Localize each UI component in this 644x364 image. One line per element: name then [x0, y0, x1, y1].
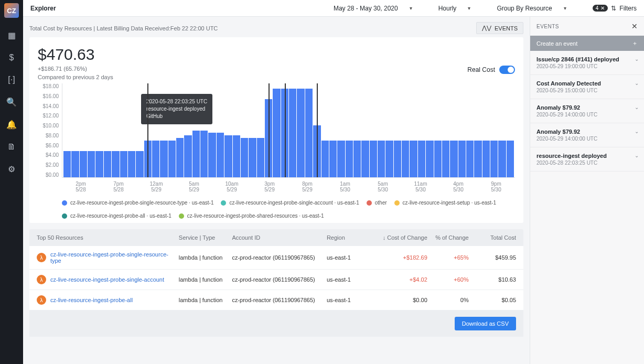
chart-bar[interactable] — [152, 141, 159, 177]
legend-item[interactable]: cz-live-resource-ingest-setup · us-east-… — [394, 200, 496, 206]
chart-bar[interactable] — [233, 135, 240, 177]
chart-bar[interactable] — [120, 151, 127, 177]
chart-bar[interactable] — [305, 89, 313, 177]
event-item[interactable]: Issue/cp 2846 (#141) deployed2020-05-29 … — [530, 51, 644, 75]
chart-bar[interactable] — [450, 141, 457, 177]
legend-item[interactable]: cz-live-resource-ingest-probe-all · us-e… — [62, 213, 171, 219]
chart-bar[interactable] — [71, 151, 79, 177]
chart-bar[interactable] — [289, 89, 296, 177]
chart-bar[interactable] — [168, 141, 176, 177]
chart-bar[interactable] — [410, 141, 417, 177]
chart-bar[interactable] — [402, 141, 409, 177]
chart-bar[interactable] — [498, 141, 506, 177]
chart-bar[interactable] — [112, 151, 119, 177]
chart-bar[interactable] — [321, 141, 329, 177]
chart-bar[interactable] — [458, 141, 466, 177]
date-range-label: May 28 - May 30, 2020 — [334, 5, 398, 12]
chart-bar[interactable] — [104, 151, 111, 177]
chart-bar[interactable] — [329, 141, 337, 177]
close-icon[interactable]: ✕ — [631, 22, 638, 30]
chart-bar[interactable] — [361, 141, 369, 177]
chart-bar[interactable] — [63, 151, 71, 177]
chart-bar[interactable] — [418, 141, 425, 177]
chart-bar[interactable] — [273, 89, 280, 177]
event-marker — [147, 83, 148, 177]
chart-bar[interactable] — [160, 141, 167, 177]
chart-bar[interactable] — [184, 135, 191, 177]
filters-label: Filters — [619, 5, 637, 12]
chart-bar[interactable] — [95, 151, 103, 177]
chart-bar[interactable] — [208, 133, 216, 177]
table-row[interactable]: λcz-live-resource-ingest-probe-single-ac… — [29, 270, 523, 290]
real-cost-toggle[interactable] — [499, 66, 515, 74]
table-row[interactable]: λcz-live-resource-ingest-probe-alllambda… — [29, 290, 523, 311]
resource-link[interactable]: cz-live-resource-ingest-probe-all — [50, 297, 133, 303]
chart-bar[interactable] — [490, 141, 498, 177]
legend-item[interactable]: cz-live-resource-ingest-probe-single-acc… — [221, 200, 359, 206]
group-by-picker[interactable]: Group By Resource ▾ — [497, 5, 566, 12]
chart-bar[interactable] — [378, 141, 385, 177]
chart-bar[interactable] — [217, 133, 224, 177]
event-item[interactable]: Cost Anomaly Detected2020-05-29 15:00:00… — [530, 75, 644, 99]
dashboard-icon[interactable]: ▦ — [8, 30, 16, 40]
chart-bar[interactable] — [507, 141, 514, 177]
create-event-button[interactable]: Create an event ＋ — [530, 36, 644, 51]
legend-item[interactable]: other — [367, 200, 387, 206]
filters-button[interactable]: 4✕ ⇅ Filters — [593, 5, 637, 12]
resource-link[interactable]: cz-live-resource-ingest-probe-single-acc… — [50, 276, 164, 283]
caret-down-icon: ▾ — [410, 5, 412, 11]
col-cost-change[interactable]: ↓ Cost of Change — [374, 234, 427, 241]
event-item[interactable]: Anomaly $79.922020-05-29 14:00:00 UTC⌄ — [530, 99, 644, 123]
resource-link[interactable]: cz-live-resource-ingest-probe-single-res… — [50, 251, 179, 264]
chart-bar[interactable] — [88, 151, 95, 177]
event-item[interactable]: resource-ingest deployed2020-05-28 22:03… — [530, 147, 644, 172]
chart-bar[interactable] — [337, 141, 345, 177]
chart-bar[interactable] — [192, 131, 200, 178]
date-range-picker[interactable]: May 28 - May 30, 2020 ▾ — [334, 5, 412, 12]
col-region[interactable]: Region — [327, 234, 374, 241]
col-account[interactable]: Account ID — [232, 234, 327, 241]
col-service[interactable]: Service | Type — [179, 234, 232, 241]
chart-bar[interactable] — [346, 141, 353, 177]
chart-bar[interactable] — [224, 135, 232, 177]
chart-plot[interactable]: 2020-05-28 22:03:25 UTC resource-ingest … — [62, 83, 515, 178]
col-total[interactable]: Total Cost — [469, 234, 516, 241]
chart-bar[interactable] — [128, 151, 135, 177]
chart-bar[interactable] — [136, 151, 143, 177]
download-csv-button[interactable]: Download as CSV — [455, 317, 516, 330]
chart-bar[interactable] — [200, 131, 208, 178]
chart-bar[interactable] — [257, 138, 264, 177]
gear-icon[interactable]: ⚙ — [8, 164, 15, 174]
chart-bar[interactable] — [297, 89, 304, 177]
chart-bar[interactable] — [482, 141, 490, 177]
dollar-icon[interactable]: $ — [9, 53, 14, 62]
table-row[interactable]: λcz-live-resource-ingest-probe-single-re… — [29, 246, 523, 270]
chart-bar[interactable] — [474, 141, 481, 177]
chevron-down-icon: ⌄ — [635, 80, 639, 86]
search-icon[interactable]: 🔍 — [6, 97, 17, 107]
chart-bar[interactable] — [426, 141, 433, 177]
legend-item[interactable]: cz-live-resource-ingest-probe-single-res… — [62, 200, 213, 206]
chart-bar[interactable] — [394, 141, 401, 177]
chart-bar[interactable] — [241, 138, 248, 177]
brand-logo[interactable]: CZ — [4, 3, 19, 18]
plus-icon: ＋ — [632, 39, 638, 47]
col-pct-change[interactable]: % of Change — [427, 234, 469, 241]
resources-table: Top 50 Resources Service | Type Account … — [29, 229, 523, 337]
chart-bar[interactable] — [80, 151, 87, 177]
chart-bar[interactable] — [370, 141, 377, 177]
legend-item[interactable]: cz-live-resource-ingest-probe-shared-res… — [179, 213, 324, 219]
chart-bar[interactable] — [385, 141, 393, 177]
events-button[interactable]: ⋀⋁ EVENTS — [476, 22, 523, 34]
chart-bar[interactable] — [353, 141, 361, 177]
chart-bar[interactable] — [442, 141, 449, 177]
chart-bar[interactable] — [249, 138, 256, 177]
event-item[interactable]: Anomaly $79.922020-05-29 14:00:00 UTC⌄ — [530, 123, 644, 147]
bell-icon[interactable]: 🔔 — [6, 120, 17, 130]
brackets-icon[interactable]: [·] — [8, 75, 15, 84]
chart-bar[interactable] — [176, 138, 184, 177]
chart-bar[interactable] — [434, 141, 442, 177]
granularity-picker[interactable]: Hourly ▾ — [438, 5, 471, 12]
chart-bar[interactable] — [466, 141, 474, 177]
document-icon[interactable]: 🗎 — [7, 142, 16, 152]
